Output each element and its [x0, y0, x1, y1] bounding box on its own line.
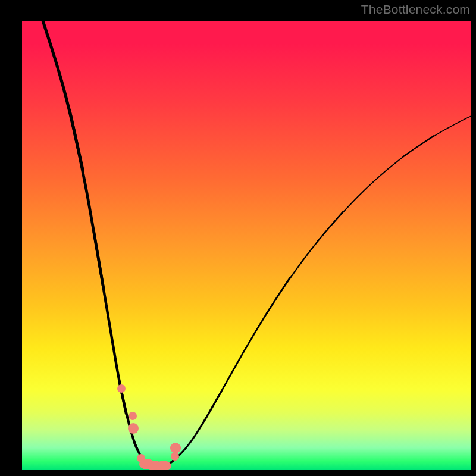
data-point	[129, 412, 137, 420]
chart-svg	[22, 21, 471, 470]
curve-segment	[317, 136, 434, 242]
data-point	[117, 384, 126, 393]
data-point	[171, 452, 179, 461]
data-point	[128, 423, 139, 434]
chart-frame: TheBottleneck.com	[0, 0, 476, 476]
plot-area	[22, 21, 471, 470]
watermark-text: TheBottleneck.com	[361, 2, 470, 17]
data-point	[170, 443, 181, 453]
curve-segment	[202, 278, 290, 425]
curve-segment	[266, 211, 343, 314]
curve-segment	[403, 116, 471, 156]
